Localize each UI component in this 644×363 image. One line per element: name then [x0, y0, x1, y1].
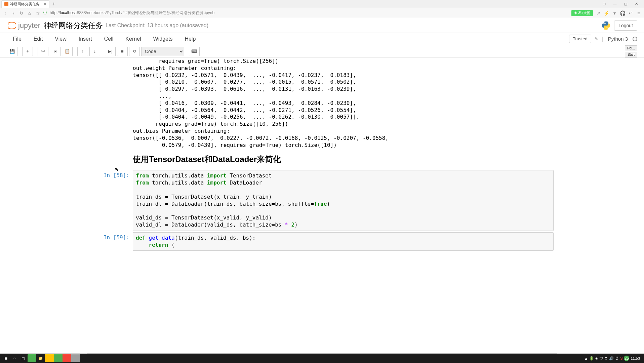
tray-lang[interactable]: 英: [615, 356, 619, 361]
tray-icon[interactable]: ▲: [584, 356, 588, 360]
maximize-icon[interactable]: ▢: [622, 2, 629, 6]
tray-icon[interactable]: ◈: [595, 356, 598, 361]
star-icon[interactable]: ☆: [35, 10, 40, 16]
shield-icon: 🛡: [43, 11, 47, 15]
start-menu-button[interactable]: ⊞: [1, 354, 10, 362]
app-icon[interactable]: [28, 354, 36, 362]
jupyter-logo[interactable]: jupyter: [7, 21, 40, 31]
refresh-icon[interactable]: ↻: [19, 10, 24, 16]
move-up-button[interactable]: ↑: [77, 47, 88, 56]
cell-input[interactable]: from torch.utils.data import TensorDatas…: [133, 170, 554, 231]
checkpoint-text: Last Checkpoint: 13 hours ago (autosaved…: [106, 23, 208, 29]
run-button[interactable]: ▶|: [105, 47, 116, 56]
app-icon[interactable]: [45, 354, 54, 362]
cell-output: requires_grad=True) torch.Size([256]) ou…: [87, 58, 557, 149]
tray-icon[interactable]: 🔋: [589, 356, 594, 361]
browser-tab[interactable]: 神经网络分类任务 ×: [1, 0, 49, 8]
trusted-badge[interactable]: Trusted: [569, 35, 591, 43]
stop-button[interactable]: ■: [117, 47, 128, 56]
tab-title: 神经网络分类任务: [10, 2, 40, 7]
poi-button[interactable]: Poi...: [625, 45, 637, 51]
chevron-down-icon[interactable]: ▾: [612, 10, 617, 16]
menu-file[interactable]: File: [7, 36, 28, 42]
download-badge[interactable]: ◈ 3张大图: [571, 10, 593, 16]
kernel-name[interactable]: Python 3: [606, 36, 630, 42]
notebook-title[interactable]: 神经网络分类任务: [44, 21, 103, 31]
browser-tabs: 神经网络分类任务 × + ⊡ — ▢ ✕: [0, 0, 644, 8]
code-cell[interactable]: In [58]: from torch.utils.data import Te…: [87, 170, 557, 231]
cell-prompt: In [59]:: [87, 232, 133, 251]
cell-type-select[interactable]: Code: [141, 47, 184, 56]
tray-icon[interactable]: 🛡: [599, 356, 603, 360]
move-down-button[interactable]: ↓: [89, 47, 100, 56]
menu-cell[interactable]: Cell: [98, 36, 120, 42]
new-tab-button[interactable]: +: [50, 1, 57, 7]
menu-icon[interactable]: ≡: [636, 10, 641, 16]
cortana-icon[interactable]: ○: [10, 354, 19, 362]
back-icon[interactable]: ‹: [3, 10, 8, 16]
tray-icon[interactable]: ⚙: [604, 356, 608, 361]
jupyter-tab-icon: [4, 2, 8, 6]
app-icon[interactable]: [63, 354, 71, 362]
python-icon: [601, 21, 611, 30]
forward-icon[interactable]: ›: [11, 10, 16, 16]
browser-addressbar: ‹ › ↻ ⌂ ☆ 🛡 http://localhost:8888/notebo…: [0, 8, 644, 18]
app-icon[interactable]: [71, 354, 80, 362]
menu-help[interactable]: Help: [178, 36, 202, 42]
taskview-icon[interactable]: ▢: [19, 354, 28, 362]
menu-widgets[interactable]: Widgets: [147, 36, 179, 42]
undo-icon[interactable]: ↶: [628, 10, 633, 16]
copy-button[interactable]: ⎘: [50, 47, 61, 56]
jupyter-logo-icon: [7, 21, 17, 31]
notebook-scroll[interactable]: requires_grad=True) torch.Size([256]) ou…: [0, 58, 644, 354]
jupyter-header: jupyter 神经网络分类任务 Last Checkpoint: 13 hou…: [0, 18, 644, 33]
tray-icon[interactable]: S: [620, 356, 622, 360]
window-icon[interactable]: ⊡: [600, 2, 608, 6]
menu-kernel[interactable]: Kernel: [119, 36, 147, 42]
markdown-heading: 使用TensorDataset和DataLoader来简化: [133, 154, 557, 165]
share-icon[interactable]: ↗: [596, 10, 601, 16]
close-icon[interactable]: ×: [44, 1, 46, 7]
tray-icon[interactable]: 🔊: [609, 356, 614, 361]
cut-button[interactable]: ✂: [38, 47, 48, 56]
close-window-icon[interactable]: ✕: [633, 2, 640, 6]
pencil-icon[interactable]: ✎: [594, 36, 599, 42]
add-cell-button[interactable]: +: [22, 47, 33, 56]
tray-badge[interactable]: 25: [624, 356, 629, 361]
menu-bar: File Edit View Insert Cell Kernel Widget…: [0, 33, 644, 45]
cell-input[interactable]: def get_data(train_ds, valid_ds, bs): re…: [133, 232, 554, 251]
window-controls: ⊡ — ▢ ✕: [600, 2, 643, 6]
headphone-icon[interactable]: 🎧: [620, 10, 625, 16]
markdown-cell[interactable]: 使用TensorDataset和DataLoader来简化: [87, 149, 557, 169]
code-cell[interactable]: In [59]: def get_data(train_ds, valid_ds…: [87, 232, 557, 251]
paste-button[interactable]: 📋: [62, 47, 73, 56]
minimize-icon[interactable]: —: [611, 2, 618, 6]
command-palette-button[interactable]: ⌨: [189, 47, 200, 56]
save-button[interactable]: 💾: [7, 47, 17, 56]
toolbar: 💾 + ✂ ⎘ 📋 ↑ ↓ ▶| ■ ↻ Code ⌨ Poi... Start: [0, 45, 644, 58]
cell-code: def get_data(train_ds, valid_ds, bs): re…: [136, 235, 551, 249]
home-icon[interactable]: ⌂: [27, 10, 32, 16]
logout-button[interactable]: Logout: [614, 21, 637, 31]
cell-prompt: In [58]:: [87, 170, 133, 231]
start-button[interactable]: Start: [625, 52, 637, 57]
app-icon[interactable]: [54, 354, 63, 362]
menu-edit[interactable]: Edit: [28, 36, 49, 42]
bolt-icon[interactable]: ⚡: [604, 10, 609, 16]
menu-view[interactable]: View: [49, 36, 72, 42]
kernel-status-icon: [633, 37, 637, 41]
menu-insert[interactable]: Insert: [73, 36, 98, 42]
tray-time[interactable]: 11:53: [631, 356, 640, 360]
restart-button[interactable]: ↻: [129, 47, 140, 56]
url-field[interactable]: http://localhost:8888/notebooks/PyTorch/…: [50, 10, 569, 16]
taskbar: ⊞ ○ ▢ 📁 ▲ 🔋 ◈ 🛡 ⚙ 🔊 英 S 25 11:53: [0, 354, 644, 363]
cell-code: from torch.utils.data import TensorDatas…: [136, 172, 551, 228]
explorer-icon[interactable]: 📁: [36, 354, 45, 362]
